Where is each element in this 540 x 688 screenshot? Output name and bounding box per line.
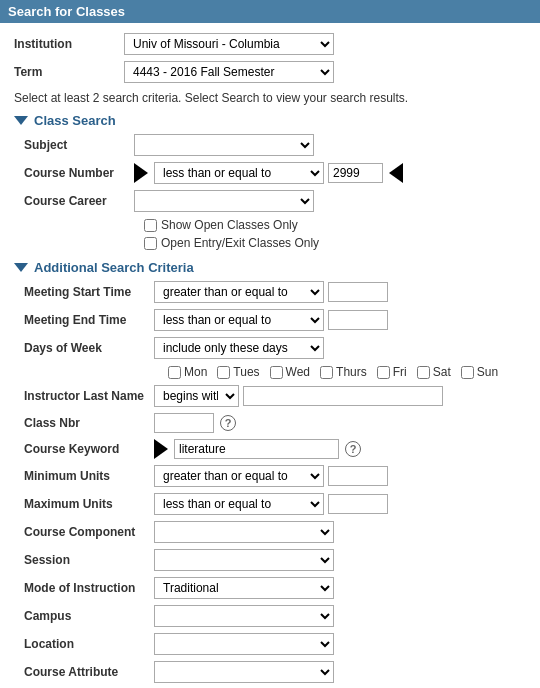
meeting-start-row: Meeting Start Time greater than or equal… [24,281,526,303]
max-units-operator-select[interactable]: less than or equal to greater than or eq… [154,493,324,515]
meeting-start-time-input[interactable] [328,282,388,302]
course-attribute-select[interactable] [154,661,334,683]
thurs-label: Thurs [336,365,367,379]
course-component-row: Course Component [24,521,526,543]
open-entry-row: Open Entry/Exit Classes Only [144,236,526,250]
class-nbr-help-icon[interactable]: ? [220,415,236,431]
fri-checkbox[interactable] [377,366,390,379]
mon-label: Mon [184,365,207,379]
show-open-row: Show Open Classes Only [144,218,526,232]
sun-label: Sun [477,365,498,379]
course-attribute-row: Course Attribute [24,661,526,683]
additional-collapse-icon[interactable] [14,263,28,272]
max-units-input[interactable] [328,494,388,514]
fri-label: Fri [393,365,407,379]
instructor-operator-select[interactable]: begins with contains is [154,385,239,407]
instructor-label: Instructor Last Name [24,389,154,403]
session-select[interactable] [154,549,334,571]
min-units-input[interactable] [328,466,388,486]
course-number-input[interactable] [328,163,383,183]
open-entry-label: Open Entry/Exit Classes Only [161,236,319,250]
session-row: Session [24,549,526,571]
days-of-week-operator-select[interactable]: include only these days include these da… [154,337,324,359]
course-career-select[interactable] [134,190,314,212]
course-keyword-help-icon[interactable]: ? [345,441,361,457]
days-checkboxes-row: Mon Tues Wed Thurs Fri Sat Sun [164,365,526,379]
mon-checkbox[interactable] [168,366,181,379]
class-nbr-row: Class Nbr ? [24,413,526,433]
course-number-row: Course Number less than or equal to grea… [24,162,526,184]
term-select[interactable]: 4443 - 2016 Fall Semester [124,61,334,83]
collapse-icon[interactable] [14,116,28,125]
course-career-label: Course Career [24,194,134,208]
days-of-week-label: Days of Week [24,341,154,355]
course-keyword-label: Course Keyword [24,442,154,456]
meeting-start-label: Meeting Start Time [24,285,154,299]
info-text: Select at least 2 search criteria. Selec… [14,91,526,105]
meeting-end-label: Meeting End Time [24,313,154,327]
meeting-end-operator-select[interactable]: less than or equal to greater than or eq… [154,309,324,331]
thurs-checkbox[interactable] [320,366,333,379]
arrow-left-icon [389,163,403,183]
course-keyword-row: Course Keyword ? [24,439,526,459]
course-career-row: Course Career [24,190,526,212]
session-label: Session [24,553,154,567]
show-open-label: Show Open Classes Only [161,218,298,232]
mode-of-instruction-row: Mode of Instruction Traditional [24,577,526,599]
subject-row: Subject [24,134,526,156]
wed-checkbox[interactable] [270,366,283,379]
subject-select[interactable] [134,134,314,156]
mode-of-instruction-label: Mode of Instruction [24,581,154,595]
open-entry-checkbox[interactable] [144,237,157,250]
institution-select[interactable]: Univ of Missouri - Columbia [124,33,334,55]
meeting-end-row: Meeting End Time less than or equal to g… [24,309,526,331]
subject-label: Subject [24,138,134,152]
sat-label: Sat [433,365,451,379]
keyword-arrow-right-icon [154,439,168,459]
location-select[interactable] [154,633,334,655]
campus-select[interactable] [154,605,334,627]
days-of-week-row: Days of Week include only these days inc… [24,337,526,359]
page-title: Search for Classes [0,0,540,23]
max-units-row: Maximum Units less than or equal to grea… [24,493,526,515]
course-number-label: Course Number [24,166,134,180]
class-search-section: Subject Course Number less than or equal… [24,134,526,250]
min-units-label: Minimum Units [24,469,154,483]
location-row: Location [24,633,526,655]
tues-label: Tues [233,365,259,379]
institution-row: Institution Univ of Missouri - Columbia [14,33,526,55]
instructor-input[interactable] [243,386,443,406]
course-keyword-input[interactable] [174,439,339,459]
course-attribute-label: Course Attribute [24,665,154,679]
additional-search-section: Meeting Start Time greater than or equal… [24,281,526,688]
term-label: Term [14,65,124,79]
class-search-header: Class Search [14,113,526,128]
min-units-row: Minimum Units greater than or equal to l… [24,465,526,487]
class-nbr-input[interactable] [154,413,214,433]
sun-checkbox[interactable] [461,366,474,379]
class-nbr-label: Class Nbr [24,416,154,430]
wed-label: Wed [286,365,310,379]
max-units-label: Maximum Units [24,497,154,511]
arrow-right-icon [134,163,148,183]
location-label: Location [24,637,154,651]
additional-search-header: Additional Search Criteria [14,260,526,275]
tues-checkbox[interactable] [217,366,230,379]
mode-of-instruction-select[interactable]: Traditional [154,577,334,599]
meeting-end-time-input[interactable] [328,310,388,330]
campus-row: Campus [24,605,526,627]
meeting-start-operator-select[interactable]: greater than or equal to less than or eq… [154,281,324,303]
show-open-checkbox[interactable] [144,219,157,232]
course-number-operator-select[interactable]: less than or equal to greater than or eq… [154,162,324,184]
sat-checkbox[interactable] [417,366,430,379]
course-component-select[interactable] [154,521,334,543]
course-component-label: Course Component [24,525,154,539]
campus-label: Campus [24,609,154,623]
min-units-operator-select[interactable]: greater than or equal to less than or eq… [154,465,324,487]
instructor-row: Instructor Last Name begins with contain… [24,385,526,407]
institution-label: Institution [14,37,124,51]
term-row: Term 4443 - 2016 Fall Semester [14,61,526,83]
